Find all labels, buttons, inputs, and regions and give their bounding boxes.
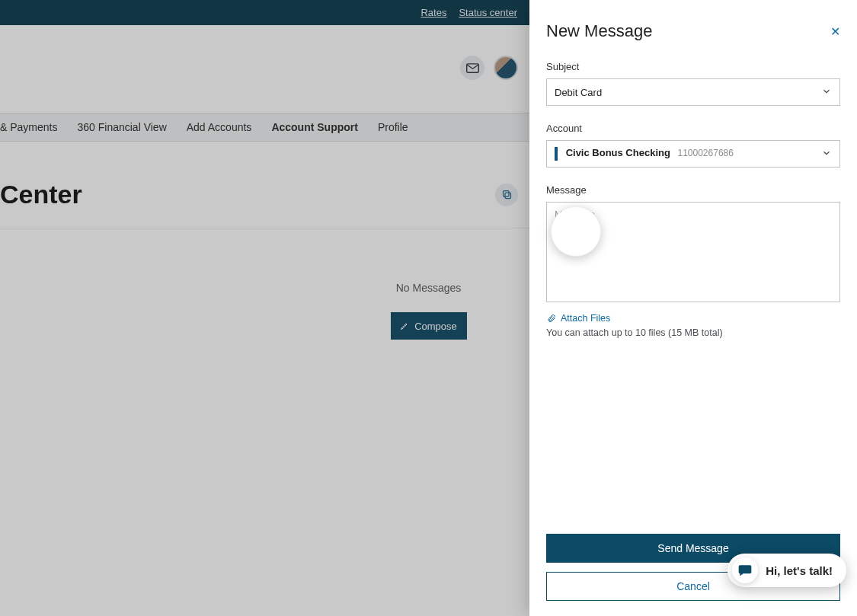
- tab-payments[interactable]: & Payments: [0, 121, 57, 133]
- tab-360-financial-view[interactable]: 360 Financial View: [77, 121, 166, 133]
- drawer-title: New Message: [546, 21, 652, 41]
- message-label: Message: [546, 184, 840, 196]
- account-label: Account: [546, 123, 840, 134]
- account-name: Civic Bonus Checking: [566, 147, 670, 158]
- tab-account-support[interactable]: Account Support: [271, 121, 358, 133]
- chat-widget-text: Hi, let's talk!: [766, 564, 833, 577]
- mail-icon[interactable]: [460, 56, 484, 80]
- account-color-bar: [555, 147, 558, 161]
- subject-label: Subject: [546, 61, 840, 72]
- copy-icon[interactable]: [495, 184, 518, 206]
- chat-widget[interactable]: Hi, let's talk!: [727, 554, 846, 587]
- chat-bubble-icon: [732, 557, 758, 583]
- chevron-down-icon: [821, 148, 832, 161]
- compose-button[interactable]: Compose: [391, 312, 467, 340]
- link-rates[interactable]: Rates: [421, 7, 446, 18]
- tab-add-accounts[interactable]: Add Accounts: [187, 121, 252, 133]
- attach-hint: You can attach up to 10 files (15 MB tot…: [546, 327, 840, 338]
- close-icon[interactable]: ✕: [830, 24, 840, 39]
- account-number: 11000267686: [678, 148, 734, 158]
- paperclip-icon: [546, 314, 557, 323]
- message-textarea[interactable]: [546, 202, 840, 302]
- link-status-center[interactable]: Status center: [459, 7, 517, 18]
- new-message-drawer: New Message ✕ Subject Debit Card Account…: [529, 0, 857, 616]
- subject-value: Debit Card: [555, 87, 602, 98]
- page-title: Center: [0, 180, 82, 209]
- attach-files-link[interactable]: Attach Files: [546, 313, 610, 324]
- tab-profile[interactable]: Profile: [378, 121, 408, 133]
- attach-files-label: Attach Files: [561, 313, 610, 324]
- chevron-down-icon: [821, 86, 832, 99]
- avatar[interactable]: [494, 56, 518, 80]
- compose-label: Compose: [414, 321, 457, 332]
- account-select[interactable]: Civic Bonus Checking 11000267686: [546, 140, 840, 168]
- subject-select[interactable]: Debit Card: [546, 78, 840, 106]
- svg-rect-2: [503, 191, 509, 197]
- svg-rect-1: [505, 193, 511, 199]
